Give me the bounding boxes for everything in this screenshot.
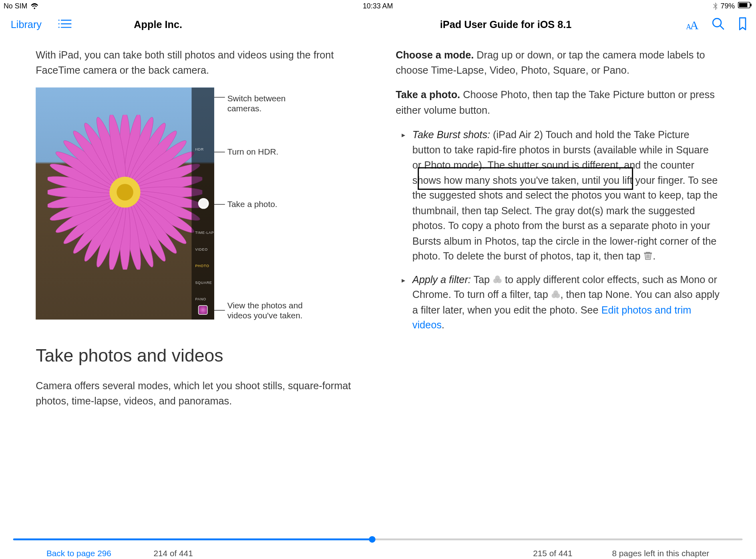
page-footer: Back to page 296 214 of 441 215 of 441 8… (46, 549, 709, 558)
filter-circles-icon (493, 273, 502, 283)
section-heading: Take photos and videos (36, 342, 360, 369)
modes-paragraph: Camera offers several modes, which let y… (36, 378, 360, 409)
bluetooth-icon (713, 2, 718, 10)
mode-pano: PANO (195, 297, 206, 302)
reader-toolbar: Library Apple Inc. iPad User Guide for i… (0, 12, 756, 38)
camera-figure: HDR TIME-LAPSE VIDEO PHOTO SQUARE PANO S… (36, 87, 310, 325)
svg-point-15 (117, 183, 133, 200)
mode-video: VIDEO (195, 247, 207, 252)
filter-circles-icon (551, 289, 561, 298)
search-icon[interactable] (712, 17, 725, 33)
status-bar: No SIM 10:33 AM 79% (0, 0, 756, 12)
camera-thumbnail-icon (198, 305, 208, 315)
svg-line-10 (720, 26, 724, 29)
shutter-button-icon (198, 198, 209, 209)
status-time: 10:33 AM (0, 2, 756, 10)
svg-point-18 (497, 278, 502, 283)
trash-icon (643, 250, 653, 259)
hdr-label: HDR (195, 147, 204, 152)
library-button[interactable]: Library (11, 19, 42, 31)
left-page-number: 214 of 441 (153, 549, 193, 558)
back-to-page-link[interactable]: Back to page 296 (46, 549, 111, 558)
burst-label: Take Burst shots: (412, 129, 490, 140)
choose-mode-paragraph: Choose a mode. Drag up or down, or tap t… (396, 48, 720, 78)
burst-bullet: ▸ Take Burst shots: (iPad Air 2) Touch a… (402, 127, 720, 264)
book-title: iPad User Guide for iOS 8.1 (381, 19, 631, 31)
bullet-marker-icon: ▸ (402, 272, 405, 333)
svg-rect-2 (750, 4, 752, 6)
left-column: With iPad, you can take both still photo… (36, 48, 360, 535)
reading-progress-knob[interactable] (369, 536, 376, 543)
mode-square: SQUARE (195, 280, 212, 286)
table-of-contents-icon[interactable] (58, 19, 72, 31)
filter-label: Apply a filter: (412, 274, 471, 285)
svg-point-8 (58, 27, 60, 28)
mode-timelapse: TIME-LAPSE (195, 230, 214, 235)
mode-photo: PHOTO (195, 263, 209, 269)
filter-bullet: ▸ Apply a filter: Tap to apply different… (402, 272, 720, 333)
callout-hdr: Turn on HDR. (227, 147, 279, 157)
book-author: Apple Inc. (134, 19, 182, 31)
callout-take-photo: Take a photo. (227, 199, 277, 209)
reading-progress-fill (13, 539, 372, 540)
pages-left-label: 8 pages left in this chapter (612, 549, 709, 558)
page-content: With iPad, you can take both still photo… (0, 38, 756, 534)
svg-rect-1 (739, 3, 748, 7)
intro-paragraph: With iPad, you can take both still photo… (36, 48, 360, 78)
reading-progress-track[interactable] (13, 539, 743, 540)
flower-photo (48, 115, 202, 269)
camera-screenshot: HDR TIME-LAPSE VIDEO PHOTO SQUARE PANO (36, 87, 214, 320)
battery-text: 79% (720, 2, 735, 10)
carrier-text: No SIM (4, 2, 27, 10)
svg-point-6 (58, 20, 60, 21)
bookmark-icon[interactable] (739, 17, 748, 33)
right-column: Choose a mode. Drag up or down, or tap t… (396, 48, 720, 535)
wifi-icon (30, 3, 39, 9)
bullet-marker-icon: ▸ (402, 127, 405, 264)
svg-point-21 (555, 294, 560, 298)
appearance-button[interactable]: AA (686, 18, 697, 32)
svg-point-7 (58, 23, 60, 24)
callout-view-photos: View the photos andvideos you've taken. (227, 300, 303, 320)
callout-switch-cameras: Switch between cameras. (227, 93, 310, 113)
battery-icon (738, 2, 752, 10)
right-page-number: 215 of 441 (533, 549, 572, 558)
take-photo-paragraph: Take a photo. Choose Photo, then tap the… (396, 87, 720, 118)
